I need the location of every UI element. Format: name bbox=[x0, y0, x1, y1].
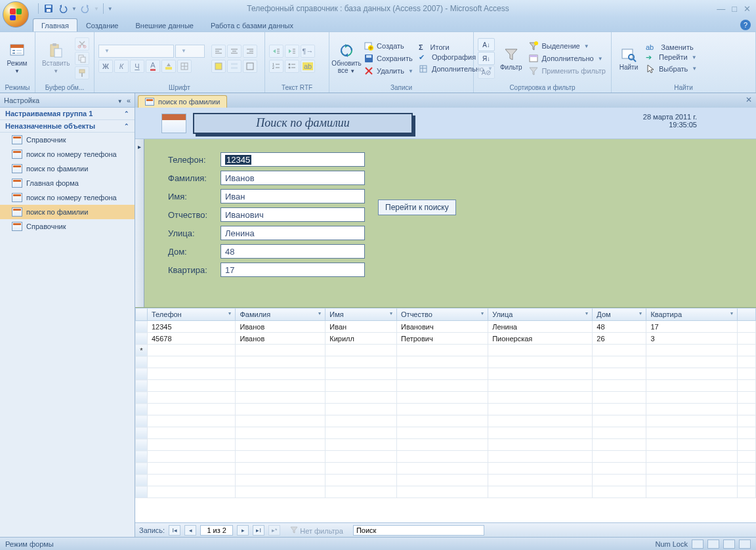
cut-icon[interactable] bbox=[75, 37, 89, 51]
find-button[interactable]: Найти bbox=[616, 45, 642, 72]
input-house[interactable]: 48 bbox=[220, 244, 365, 259]
record-position-input[interactable] bbox=[200, 525, 233, 536]
increase-indent-icon[interactable] bbox=[285, 45, 299, 58]
view-button[interactable]: Режим▼ bbox=[4, 41, 30, 76]
bullets-icon[interactable] bbox=[285, 60, 299, 73]
view-design-icon[interactable] bbox=[739, 539, 751, 549]
doc-tab-active[interactable]: поиск по фамилии bbox=[138, 95, 227, 108]
table-row[interactable]: 45678ИвановКириллПетровичПионерская263 bbox=[136, 333, 756, 345]
sort-asc-icon[interactable]: A↓ bbox=[478, 38, 495, 51]
align-right-icon[interactable] bbox=[243, 45, 257, 58]
advanced-filter-button[interactable]: Дополнительно▼ bbox=[527, 53, 607, 64]
first-record-icon[interactable]: I◂ bbox=[169, 525, 180, 536]
col-header[interactable]: Телефон▾ bbox=[148, 308, 236, 321]
prev-record-icon[interactable]: ◂ bbox=[184, 525, 196, 536]
nav-group-custom[interactable]: Настраиваемая группа 1⌃ bbox=[0, 108, 135, 120]
font-size-combo[interactable]: ▼ bbox=[175, 45, 205, 58]
input-phone[interactable]: 12345 bbox=[220, 152, 365, 167]
nav-item-6[interactable]: Справочник bbox=[0, 219, 135, 234]
maximize-icon[interactable]: □ bbox=[732, 4, 737, 14]
input-mname[interactable]: Иванович bbox=[220, 207, 365, 222]
tab-external[interactable]: Внешние данные bbox=[127, 18, 202, 32]
nav-group-unassigned[interactable]: Неназначенные объекты⌃ bbox=[0, 120, 135, 133]
last-record-icon[interactable]: ▸I bbox=[253, 525, 264, 536]
svg-rect-18 bbox=[165, 67, 172, 70]
close-doc-icon[interactable]: ✕ bbox=[746, 95, 752, 104]
new-record-icon[interactable]: ▸* bbox=[268, 525, 280, 536]
ltr-icon[interactable]: ¶→ bbox=[301, 45, 315, 58]
fill-color-icon[interactable] bbox=[161, 60, 176, 73]
refresh-all-button[interactable]: Обновить все ▼ bbox=[333, 41, 360, 76]
nav-item-0[interactable]: Справочник bbox=[0, 133, 135, 147]
svg-rect-62 bbox=[530, 55, 537, 57]
close-icon[interactable]: ✕ bbox=[744, 4, 751, 14]
select-button[interactable]: Выбрать▼ bbox=[644, 63, 698, 75]
undo-icon[interactable] bbox=[57, 3, 69, 14]
col-header[interactable]: Дом▾ bbox=[593, 308, 646, 321]
save-record-button[interactable]: Сохранить bbox=[362, 53, 415, 64]
form-icon bbox=[12, 222, 22, 231]
paste-button[interactable]: Вставить▼ bbox=[39, 41, 72, 76]
input-apt[interactable]: 17 bbox=[220, 263, 365, 277]
col-header[interactable]: Имя▾ bbox=[326, 308, 397, 321]
nav-item-3[interactable]: Главная форма bbox=[0, 176, 135, 190]
view-layout-icon[interactable] bbox=[723, 539, 735, 549]
replace-button[interactable]: ab Заменить bbox=[644, 43, 698, 52]
shading-icon[interactable] bbox=[211, 60, 226, 73]
input-lname[interactable]: Иванов bbox=[220, 171, 365, 185]
record-selector-icon[interactable]: ▸ bbox=[135, 139, 144, 307]
minimize-icon[interactable]: — bbox=[717, 4, 725, 14]
altfill-icon[interactable] bbox=[227, 60, 242, 73]
view-form-icon[interactable] bbox=[692, 539, 704, 549]
delete-record-button[interactable]: Удалить▼ bbox=[362, 65, 415, 77]
col-header[interactable]: Фамилия▾ bbox=[236, 308, 326, 321]
clear-sort-icon[interactable]: A⊘ bbox=[478, 66, 495, 79]
align-center-icon[interactable] bbox=[227, 45, 242, 58]
nav-item-1[interactable]: поиск по номеру телефона bbox=[0, 147, 135, 161]
redo-icon[interactable] bbox=[79, 3, 91, 14]
help-icon[interactable]: ? bbox=[740, 20, 751, 30]
nav-item-2[interactable]: поиск по фамилии bbox=[0, 161, 135, 176]
highlight-icon[interactable]: ab bbox=[301, 60, 315, 73]
toggle-filter-button[interactable]: Применить фильтр bbox=[527, 65, 607, 77]
search-box[interactable] bbox=[353, 525, 484, 536]
view-datasheet-icon[interactable] bbox=[707, 539, 719, 549]
gridlines-icon[interactable] bbox=[177, 60, 192, 73]
underline-icon[interactable]: Ч bbox=[130, 60, 144, 73]
decrease-indent-icon[interactable] bbox=[269, 45, 284, 58]
col-header[interactable]: Отчество▾ bbox=[397, 308, 488, 321]
sort-desc-icon[interactable]: Я↓ bbox=[478, 52, 495, 65]
copy-icon[interactable] bbox=[75, 52, 89, 65]
input-street[interactable]: Ленина bbox=[220, 226, 365, 240]
new-row[interactable]: * bbox=[136, 345, 756, 356]
table-row[interactable]: 12345ИвановИванИвановичЛенина4817 bbox=[136, 321, 756, 333]
tab-home[interactable]: Главная bbox=[33, 18, 77, 32]
align-left-icon[interactable] bbox=[211, 45, 226, 58]
new-record-button[interactable]: Создать bbox=[362, 40, 415, 52]
office-button[interactable] bbox=[3, 1, 29, 28]
input-fname[interactable]: Иван bbox=[220, 189, 365, 203]
tab-create[interactable]: Создание bbox=[77, 18, 127, 32]
tab-dbtools[interactable]: Работа с базами данных bbox=[202, 18, 302, 32]
bold-icon[interactable]: Ж bbox=[98, 60, 113, 73]
col-header[interactable]: Улица▾ bbox=[488, 308, 593, 321]
goto-button[interactable]: ➔ Перейти▼ bbox=[644, 53, 698, 62]
nav-item-5[interactable]: поиск по фамилии bbox=[0, 205, 135, 219]
borders-icon[interactable] bbox=[243, 60, 257, 73]
save-icon[interactable] bbox=[43, 3, 54, 14]
font-color-icon[interactable]: A bbox=[146, 60, 160, 73]
font-family-combo[interactable]: ▼ bbox=[98, 45, 174, 58]
nav-item-4[interactable]: поиск по номеру телефона bbox=[0, 190, 135, 205]
selection-filter-button[interactable]: Выделение▼ bbox=[527, 40, 607, 52]
col-header[interactable]: Квартира▾ bbox=[646, 308, 738, 321]
go-search-button[interactable]: Перейти к поиску bbox=[378, 200, 456, 215]
svg-point-46 bbox=[289, 66, 291, 68]
datasheet-grid[interactable]: Телефон▾Фамилия▾Имя▾Отчество▾Улица▾Дом▾К… bbox=[135, 308, 756, 522]
filter-button[interactable]: Фильтр bbox=[497, 45, 524, 72]
format-painter-icon[interactable] bbox=[75, 66, 89, 79]
nav-header[interactable]: Настройка ▼ « bbox=[0, 93, 135, 108]
italic-icon[interactable]: К bbox=[114, 60, 129, 73]
next-record-icon[interactable]: ▸ bbox=[237, 525, 249, 536]
select-all-cell[interactable] bbox=[136, 308, 148, 321]
numbering-icon[interactable]: 12 bbox=[269, 60, 284, 73]
